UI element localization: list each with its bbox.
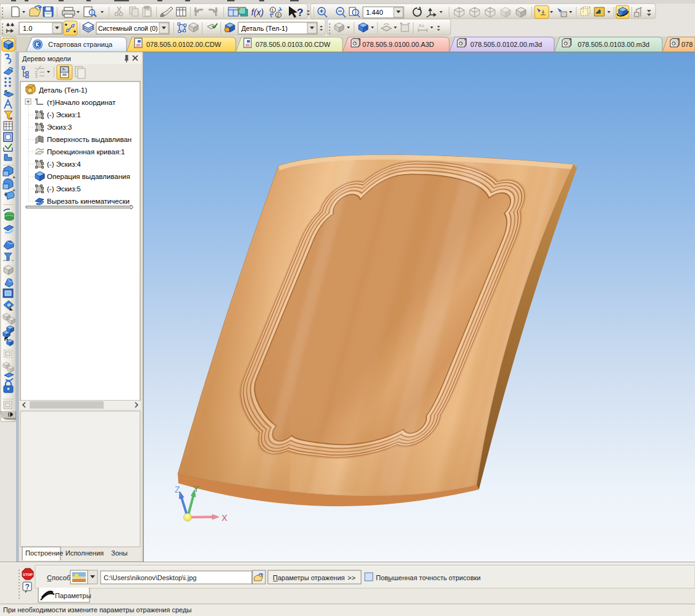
svg-text:Поверхность выдавливан: Поверхность выдавливан bbox=[47, 136, 131, 143]
svg-text:(т)Начало координат: (т)Начало координат bbox=[47, 99, 116, 106]
svg-text:078.505.0.0102.00.CDW: 078.505.0.0102.00.CDW bbox=[146, 41, 222, 48]
svg-text:Системный слой (0): Системный слой (0) bbox=[98, 25, 158, 32]
svg-text:Проекционная кривая:1: Проекционная кривая:1 bbox=[47, 148, 125, 156]
svg-text:Стартовая страница: Стартовая страница bbox=[48, 41, 113, 48]
svg-text:Параметры: Параметры bbox=[55, 592, 91, 599]
svg-text:Зоны: Зоны bbox=[111, 549, 128, 557]
svg-text:078: 078 bbox=[681, 41, 693, 48]
svg-text:Исполнения: Исполнения bbox=[65, 549, 104, 557]
svg-text:C:\Users\nikonov\Desktop\i.jpg: C:\Users\nikonov\Desktop\i.jpg bbox=[104, 574, 196, 581]
svg-text:Операция выдавливания: Операция выдавливания bbox=[47, 173, 130, 180]
svg-text:Построение: Построение bbox=[25, 549, 63, 557]
svg-text:078.505.0.0102.00.m3d: 078.505.0.0102.00.m3d bbox=[470, 41, 542, 48]
svg-text:1.0: 1.0 bbox=[23, 25, 32, 32]
svg-text:078.505.9.0100.00.A3D: 078.505.9.0100.00.A3D bbox=[362, 41, 434, 48]
svg-text:(-) Эскиз:4: (-) Эскиз:4 bbox=[47, 160, 81, 168]
svg-text:078.505.0.0103.00.CDW: 078.505.0.0103.00.CDW bbox=[256, 41, 331, 48]
svg-text:?: ? bbox=[25, 583, 30, 591]
svg-text:Z: Z bbox=[175, 485, 180, 494]
svg-text:X: X bbox=[222, 513, 228, 523]
svg-text:Вырезать кинематически: Вырезать кинематически bbox=[47, 198, 130, 205]
svg-text:Деталь (Тел-1): Деталь (Тел-1) bbox=[241, 25, 288, 32]
svg-text:Способ: Способ bbox=[47, 574, 70, 581]
svg-text:Y: Y bbox=[193, 484, 199, 494]
svg-text:Эскиз:3: Эскиз:3 bbox=[47, 123, 72, 131]
svg-text:?: ? bbox=[297, 7, 303, 19]
svg-text:2: 2 bbox=[277, 13, 280, 17]
svg-text:При необходимости измените пар: При необходимости измените параметры отр… bbox=[3, 606, 191, 614]
svg-text:1.440: 1.440 bbox=[366, 9, 383, 16]
svg-text:(-) Эскиз:1: (-) Эскиз:1 bbox=[47, 111, 81, 119]
svg-text:Деталь (Тел-1): Деталь (Тел-1) bbox=[39, 86, 87, 94]
svg-text:(-) Эскиз:5: (-) Эскиз:5 bbox=[47, 185, 81, 193]
svg-text:A±: A± bbox=[418, 23, 425, 28]
svg-text:f(x): f(x) bbox=[251, 7, 264, 17]
svg-text:Параметры отражения: Параметры отражения bbox=[273, 574, 345, 581]
svg-text:078.505.0.0103.00.m3d: 078.505.0.0103.00.m3d bbox=[578, 41, 649, 48]
svg-text:Дерево модели: Дерево модели bbox=[22, 55, 71, 62]
svg-text:Повышенная точность отрисовки: Повышенная точность отрисовки bbox=[376, 574, 481, 581]
svg-text:STOP: STOP bbox=[23, 573, 33, 576]
svg-text:>>: >> bbox=[348, 574, 356, 581]
svg-text:?: ? bbox=[237, 6, 241, 14]
svg-text:1: 1 bbox=[272, 8, 274, 12]
